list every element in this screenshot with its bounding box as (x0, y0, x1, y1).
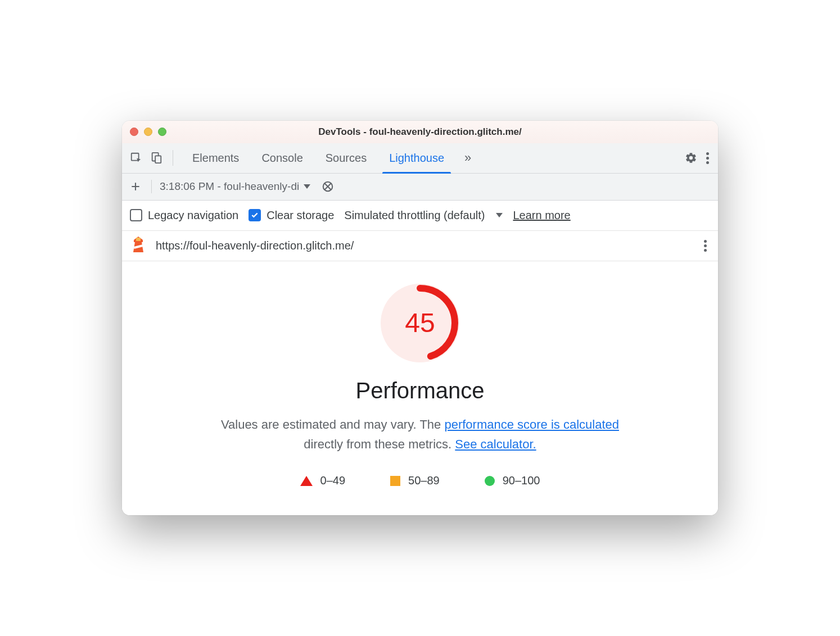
report-menu-icon[interactable] (701, 237, 710, 255)
score-calculated-link[interactable]: performance score is calculated (444, 417, 619, 431)
titlebar: DevTools - foul-heavenly-direction.glitc… (122, 121, 718, 143)
clear-storage-label: Clear storage (267, 209, 334, 222)
triangle-icon (300, 476, 313, 486)
clear-report-icon[interactable] (319, 178, 336, 195)
traffic-lights (130, 128, 166, 136)
report-selector-label: 3:18:06 PM - foul-heavenly-di (160, 180, 299, 193)
device-toolbar-icon[interactable] (148, 149, 165, 166)
kebab-menu-icon[interactable] (703, 149, 712, 167)
legacy-navigation-option[interactable]: Legacy navigation (130, 209, 238, 222)
new-report-button[interactable] (128, 179, 143, 194)
chevron-down-icon (496, 213, 503, 217)
learn-more-link[interactable]: Learn more (513, 209, 570, 222)
maximize-window-button[interactable] (158, 128, 166, 136)
clear-storage-option[interactable]: Clear storage (249, 209, 334, 222)
legacy-navigation-checkbox[interactable] (130, 209, 142, 221)
tab-sources[interactable]: Sources (314, 143, 378, 173)
devtools-tabs-bar: Elements Console Sources Lighthouse » (122, 143, 718, 174)
lighthouse-logo-icon (130, 235, 147, 256)
performance-title: Performance (144, 378, 696, 403)
svg-rect-2 (155, 156, 161, 163)
report-selector[interactable]: 3:18:06 PM - foul-heavenly-di (160, 180, 310, 193)
tab-console[interactable]: Console (250, 143, 314, 173)
divider (151, 180, 152, 193)
square-icon (390, 476, 400, 486)
minimize-window-button[interactable] (144, 128, 152, 136)
legacy-navigation-label: Legacy navigation (148, 209, 238, 222)
tabs: Elements Console Sources Lighthouse (181, 143, 455, 173)
circle-icon (485, 476, 495, 486)
tab-elements[interactable]: Elements (181, 143, 250, 173)
report-url-bar: https://foul-heavenly-direction.glitch.m… (122, 231, 718, 261)
devtools-window: DevTools - foul-heavenly-direction.glitc… (122, 121, 718, 515)
divider (173, 150, 173, 166)
throttling-label: Simulated throttling (default) (344, 209, 485, 222)
tab-lighthouse[interactable]: Lighthouse (378, 143, 455, 173)
svg-rect-5 (136, 238, 141, 241)
lighthouse-options-bar: Legacy navigation Clear storage Simulate… (122, 201, 718, 231)
performance-score: 45 (381, 284, 459, 362)
inspect-element-icon[interactable] (128, 149, 144, 166)
score-legend: 0–49 50–89 90–100 (144, 474, 696, 487)
lighthouse-report: 45 Performance Values are estimated and … (122, 261, 718, 515)
legend-mid: 50–89 (390, 474, 440, 487)
legend-low: 0–49 (300, 474, 346, 487)
performance-description: Values are estimated and may vary. The p… (201, 415, 639, 454)
throttling-selector[interactable]: Simulated throttling (default) (344, 209, 503, 222)
lighthouse-toolbar: 3:18:06 PM - foul-heavenly-di (122, 174, 718, 201)
chevron-down-icon (304, 184, 310, 189)
window-title: DevTools - foul-heavenly-direction.glitc… (318, 126, 521, 138)
more-tabs-icon[interactable]: » (459, 151, 477, 165)
close-window-button[interactable] (130, 128, 138, 136)
performance-gauge: 45 (144, 284, 696, 362)
see-calculator-link[interactable]: See calculator. (455, 437, 536, 451)
legend-high: 90–100 (485, 474, 540, 487)
report-url: https://foul-heavenly-direction.glitch.m… (156, 239, 354, 252)
settings-gear-icon[interactable] (683, 149, 699, 166)
clear-storage-checkbox[interactable] (249, 209, 261, 221)
